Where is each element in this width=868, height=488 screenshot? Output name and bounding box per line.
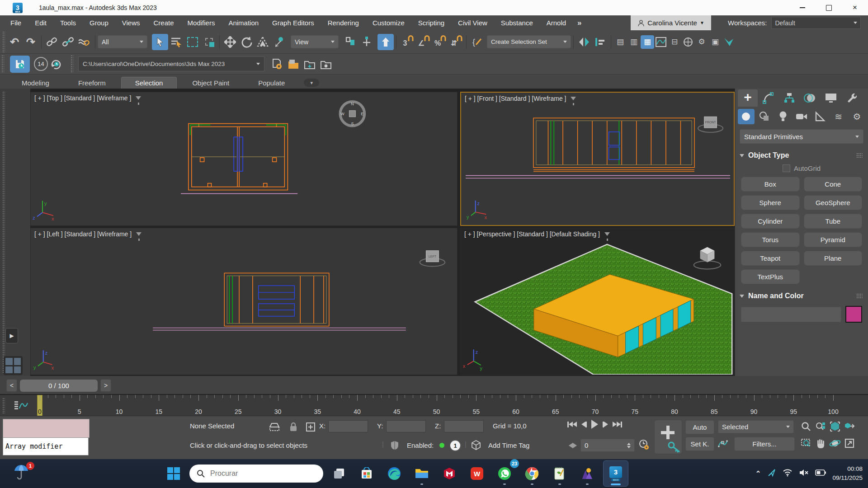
category-cameras[interactable] [793, 109, 810, 124]
zoom-extents-icon[interactable] [828, 420, 842, 433]
mirror-icon[interactable] [576, 34, 592, 50]
scene-undo-history-icon[interactable] [48, 56, 64, 72]
viewport-top-label[interactable]: [ + ] [Top ] [Standard ] [Wireframe ] [34, 94, 131, 102]
curve-editor-icon[interactable] [654, 35, 668, 49]
scene-explorer-toggle-icon[interactable]: ▤ [613, 35, 627, 49]
primitive-button-plane[interactable]: Plane [804, 251, 863, 266]
tab-hierarchy[interactable] [779, 89, 799, 107]
autosave-button[interactable] [10, 56, 30, 73]
z-coordinate-field[interactable] [444, 420, 484, 432]
key-filters-button[interactable]: Filters... [734, 437, 795, 451]
category-helpers[interactable] [811, 109, 828, 124]
3dsmax-taskbar-icon[interactable]: 3 MAX [603, 460, 628, 487]
ribbon-tab-selection[interactable]: Selection [121, 77, 177, 89]
menu-modifiers[interactable]: Modifiers [181, 15, 222, 30]
previous-frame-button[interactable]: < [6, 379, 17, 392]
primitive-button-teapot[interactable]: Teapot [741, 251, 800, 266]
unlink-selection-icon[interactable] [60, 34, 76, 50]
filter-funnel-icon[interactable] [604, 232, 610, 236]
key-filters-curve-icon[interactable] [716, 437, 730, 450]
filter-funnel-icon[interactable] [571, 97, 576, 100]
primitive-button-cone[interactable]: Cone [804, 177, 863, 192]
snap-toggle-3d-icon[interactable]: 3 [399, 34, 415, 50]
category-geometry[interactable] [738, 109, 755, 124]
mcafee-icon[interactable] [438, 461, 461, 486]
category-space-warps[interactable]: ≋ [830, 109, 847, 124]
notepad-app-icon[interactable] [548, 461, 571, 486]
undo-icon[interactable]: ↶ [6, 34, 23, 50]
workspace-dropdown[interactable]: Default [771, 17, 861, 29]
maximize-viewport-toggle-icon[interactable] [843, 437, 856, 450]
battery-icon[interactable] [815, 469, 826, 478]
maxscript-mini-listener[interactable] [3, 419, 90, 438]
set-key-button[interactable]: Set K. [685, 437, 714, 451]
render-production-icon[interactable] [722, 35, 736, 49]
orbit-icon[interactable] [828, 437, 842, 450]
viewcube-front[interactable]: FRONT [698, 117, 723, 132]
isolate-selection-icon[interactable] [268, 421, 281, 433]
menu-customize[interactable]: Customize [366, 15, 411, 30]
animation-shield-icon[interactable] [388, 439, 401, 451]
filter-funnel-icon[interactable] [136, 232, 142, 236]
menu-create[interactable]: Create [147, 15, 181, 30]
use-pivot-center-icon[interactable] [342, 34, 359, 50]
volume-muted-icon[interactable] [799, 469, 809, 479]
chrome-icon[interactable] [520, 461, 544, 486]
menu-substance[interactable]: Substance [494, 15, 540, 30]
tab-motion[interactable] [800, 89, 820, 107]
viewport-left[interactable]: [ + ] [Left ] [Standard ] [Wireframe ] L… [30, 228, 458, 375]
wps-office-icon[interactable]: W [465, 461, 489, 486]
viewport-perspective-label[interactable]: [ + ] [Perspective ] [Standard ] [Defaul… [464, 230, 600, 238]
rollout-object-type[interactable]: Object Type [735, 149, 868, 162]
location-arrow-icon[interactable] [767, 468, 776, 479]
ribbon-tab-populate[interactable]: Populate [245, 77, 298, 89]
wifi-icon[interactable] [783, 469, 793, 479]
project-settings-icon[interactable] [269, 56, 285, 72]
viewport-top[interactable]: [ + ] [Top ] [Standard ] [Wireframe ] [30, 92, 458, 226]
go-to-end-button[interactable] [613, 422, 622, 427]
start-button[interactable] [162, 461, 185, 486]
select-and-manipulate-icon[interactable] [359, 34, 375, 50]
select-and-place-icon[interactable] [271, 34, 287, 50]
selection-lock-icon[interactable] [287, 421, 300, 433]
menu-file[interactable]: File [4, 15, 28, 30]
primitive-button-cylinder[interactable]: Cylinder [741, 214, 800, 229]
menu-civil-view[interactable]: Civil View [451, 15, 494, 30]
viewport-perspective[interactable]: [ + ] [Perspective ] [Standard ] [Defaul… [460, 228, 735, 375]
edge-icon[interactable] [382, 461, 406, 486]
x-coordinate-field[interactable] [328, 420, 368, 432]
primitive-button-tube[interactable]: Tube [804, 214, 863, 229]
frame-counter[interactable]: 0 / 100 [20, 380, 98, 392]
material-editor-icon[interactable] [681, 35, 695, 49]
current-frame-field[interactable]: 0 [580, 439, 635, 452]
ribbon-toggle-button[interactable]: ▦ [641, 35, 654, 49]
zoom-region-icon[interactable] [799, 437, 813, 450]
project-folder-path-dropdown[interactable]: C:\Users\carol\OneDrive\Documentos\3ds M… [78, 56, 264, 71]
menu-graph-editors[interactable]: Graph Editors [265, 15, 321, 30]
layer-explorer-toggle-icon[interactable]: ▥ [627, 35, 641, 49]
close-button[interactable]: × [842, 0, 868, 15]
purple-m-app-icon[interactable] [576, 461, 599, 486]
menu-overflow-chevron[interactable]: » [573, 19, 586, 28]
microsoft-store-icon[interactable] [355, 461, 378, 486]
edit-named-selection-sets-icon[interactable]: { [469, 34, 485, 50]
whatsapp-icon[interactable]: 23 [493, 461, 516, 486]
toolbar-grip[interactable] [2, 31, 5, 52]
schematic-view-icon[interactable]: ⊟ [668, 35, 681, 49]
time-ruler[interactable]: 0510152025303540455055606570758085909510… [0, 394, 868, 417]
select-object-button[interactable] [152, 34, 168, 50]
left-dock-grip[interactable] [2, 91, 5, 373]
minimize-button[interactable] [789, 0, 816, 15]
viewport-layout-tabs[interactable] [4, 356, 23, 375]
menu-views[interactable]: Views [115, 15, 147, 30]
add-time-tag[interactable]: Add Time Tag [488, 441, 529, 449]
primitive-category-dropdown[interactable]: Standard Primitives [740, 129, 863, 144]
auto-key-button[interactable]: Auto [685, 420, 714, 434]
pan-hand-icon[interactable] [814, 437, 827, 450]
play-button[interactable] [591, 420, 598, 429]
ribbon-collapse-icon[interactable]: ▾ [304, 79, 319, 87]
align-icon[interactable] [592, 34, 609, 50]
viewport-left-label[interactable]: [ + ] [Left ] [Standard ] [Wireframe ] [34, 230, 132, 238]
clock[interactable]: 00:08 09/11/2025 [832, 465, 863, 482]
selected-set-dropdown[interactable]: Selected [718, 420, 794, 433]
